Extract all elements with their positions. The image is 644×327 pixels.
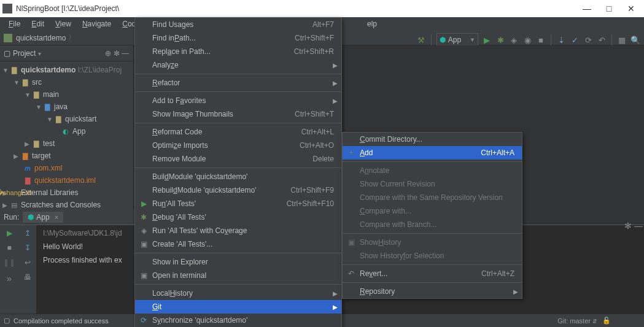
- stop-run-button[interactable]: ■: [7, 244, 11, 252]
- run-label: Run:: [4, 213, 19, 221]
- plus-icon: +: [346, 148, 356, 157]
- app-icon: [2, 4, 12, 13]
- pause-button[interactable]: ❚❚: [3, 258, 15, 267]
- project-settings-icon[interactable]: ⊕: [104, 49, 112, 58]
- hide-button[interactable]: ✻ —: [624, 221, 643, 231]
- run-tab-label: App: [36, 213, 49, 221]
- revert-icon: ↶: [346, 269, 356, 278]
- menu-file[interactable]: File: [4, 18, 25, 29]
- ctx-show-thumbnails[interactable]: Show Image ThumbnailsCtrl+Shift+T: [135, 107, 341, 121]
- project-collapse-icon[interactable]: —: [121, 49, 130, 58]
- context-menu-main: Find UsagesAlt+F7 Find in Path...Ctrl+Sh…: [134, 17, 342, 327]
- ctx-git[interactable]: Git▶: [135, 300, 341, 314]
- vcs-commit-icon[interactable]: ✓: [570, 35, 580, 45]
- print-button[interactable]: 🖶: [24, 273, 31, 282]
- ctx-replace-in-path[interactable]: Replace in Path...Ctrl+Shift+R: [135, 45, 341, 58]
- ctx-remove-module[interactable]: Remove ModuleDelete: [135, 152, 341, 166]
- git-compare-branch: Compare with Branch...: [343, 218, 522, 231]
- run-button[interactable]: ▶: [482, 35, 492, 45]
- coverage-button[interactable]: ◈: [509, 35, 519, 45]
- debug-button[interactable]: ✱: [495, 35, 505, 45]
- menu-edit[interactable]: Edit: [26, 18, 49, 29]
- git-revert[interactable]: ↶Revert...Ctrl+Alt+Z: [343, 267, 522, 280]
- git-branch[interactable]: Git: master ⇵: [557, 317, 597, 325]
- tree-scratches[interactable]: Scratches and Consoles: [21, 201, 101, 209]
- bug-icon: ✱: [139, 213, 149, 221]
- run-tab-icon: ⬢: [28, 213, 34, 221]
- rerun-button[interactable]: ▶: [7, 229, 12, 237]
- breadcrumb-icon: [4, 34, 12, 42]
- ctx-show-explorer[interactable]: Show in Explorer: [135, 255, 341, 269]
- ctx-analyze[interactable]: Analyze▶: [135, 58, 341, 72]
- ctx-run-tests[interactable]: ▶Run 'All Tests'Ctrl+Shift+F10: [135, 197, 341, 210]
- soft-wrap-button[interactable]: ↩: [25, 258, 31, 267]
- create-icon: ▣: [139, 240, 149, 248]
- breadcrumb-arrow: 〉: [68, 33, 76, 43]
- vcs-history-icon[interactable]: ⟳: [583, 35, 593, 45]
- sync-icon: ⟳: [139, 316, 149, 325]
- ctx-find-in-path[interactable]: Find in Path...Ctrl+Shift+F: [135, 31, 341, 45]
- ctx-rebuild-module[interactable]: Rebuild Module 'quickstartdemo'Ctrl+Shif…: [135, 183, 341, 197]
- ctx-reformat[interactable]: Reformat CodeCtrl+Alt+L: [135, 125, 341, 139]
- git-repository[interactable]: Repository▶: [343, 285, 522, 298]
- ctx-build-module[interactable]: Build Module 'quickstartdemo': [135, 170, 341, 183]
- structure-button[interactable]: ▦: [617, 35, 627, 45]
- project-tree[interactable]: ▼▇quickstartdemo I:\ZL\ideaProj ▼▇src ▼▇…: [0, 61, 133, 214]
- stop-button[interactable]: ■: [536, 35, 546, 45]
- breadcrumb-project[interactable]: quickstartdemo: [16, 34, 66, 42]
- menu-view[interactable]: View: [50, 18, 76, 29]
- up-stack-button[interactable]: ↥: [25, 229, 31, 237]
- ctx-local-history[interactable]: Local History▶: [135, 287, 341, 300]
- tree-src[interactable]: src: [32, 78, 42, 87]
- menu-navigate[interactable]: Navigate: [77, 18, 116, 29]
- git-commit[interactable]: Commit Directory...: [343, 133, 522, 146]
- ctx-optimize-imports[interactable]: Optimize ImportsCtrl+Alt+O: [135, 139, 341, 152]
- vcs-revert-icon[interactable]: ↶: [597, 35, 607, 45]
- ctx-find-usages[interactable]: Find UsagesAlt+F7: [135, 18, 341, 31]
- window-title: NlSpringBoot [I:\ZL\ideaProject\: [16, 4, 583, 13]
- run-tool-tabbar: Run: ⬢ App ×: [0, 210, 134, 225]
- tree-root[interactable]: quickstartdemo: [21, 66, 76, 74]
- git-compare-same: Compare with the Same Repository Version: [343, 191, 522, 204]
- tree-test[interactable]: test: [43, 139, 55, 148]
- profile-button[interactable]: ◉: [522, 35, 532, 45]
- tree-root-path: I:\ZL\ideaProj: [78, 66, 122, 74]
- ctx-add-favorites[interactable]: Add to Favorites▶: [135, 94, 341, 107]
- run-icon: ▶: [139, 199, 149, 208]
- tree-ext-libs[interactable]: External Libraries: [21, 188, 78, 197]
- chevron-down-icon: ▼: [470, 37, 475, 43]
- ctx-refactor[interactable]: Refactor▶: [135, 76, 341, 90]
- ctx-open-terminal[interactable]: ▣Open in terminal: [135, 269, 341, 282]
- tree-pom[interactable]: pom.xml: [34, 164, 62, 172]
- maximize-button[interactable]: □: [605, 4, 613, 13]
- minimize-button[interactable]: —: [583, 4, 591, 13]
- ctx-create-tests[interactable]: ▣Create 'All Tests'...: [135, 237, 341, 251]
- tree-target[interactable]: target: [32, 152, 51, 160]
- tree-iml[interactable]: quickstartdemo.iml: [34, 176, 96, 185]
- ctx-debug-tests[interactable]: ✱Debug 'All Tests': [135, 210, 341, 224]
- exit-button[interactable]: »: [7, 273, 12, 283]
- hammer-icon[interactable]: ⚒: [416, 35, 426, 45]
- status-message: Compilation completed success: [14, 317, 109, 325]
- tree-main[interactable]: main: [43, 90, 59, 99]
- vcs-update-icon[interactable]: ⇣: [556, 35, 566, 45]
- project-gear-icon[interactable]: ✻: [112, 49, 121, 58]
- menu-help[interactable]: elp: [362, 18, 382, 29]
- ctx-synchronize[interactable]: ⟳Synchronize 'quickstartdemo': [135, 314, 341, 327]
- tree-app-class[interactable]: App: [72, 127, 85, 136]
- padlock-icon[interactable]: 🔓: [602, 317, 611, 325]
- close-button[interactable]: ✕: [627, 4, 635, 13]
- tree-package[interactable]: quickstart: [65, 115, 96, 123]
- history-icon: ▣: [346, 238, 356, 247]
- tree-java[interactable]: java: [54, 102, 68, 111]
- terminal-icon: ▣: [139, 271, 149, 280]
- run-config-label: App: [448, 36, 461, 44]
- close-icon[interactable]: ×: [55, 214, 58, 221]
- search-everywhere-button[interactable]: 🔍: [630, 35, 640, 45]
- run-config-selector[interactable]: ⬢ App ▼: [436, 33, 478, 47]
- down-stack-button[interactable]: ↧: [25, 244, 31, 252]
- git-add[interactable]: +AddCtrl+Alt+A: [343, 146, 522, 160]
- run-tab-app[interactable]: ⬢ App ×: [23, 212, 63, 223]
- ctx-run-coverage[interactable]: ◈Run 'All Tests' with Coverage: [135, 224, 341, 237]
- project-tool-title[interactable]: Project ▾: [13, 49, 104, 58]
